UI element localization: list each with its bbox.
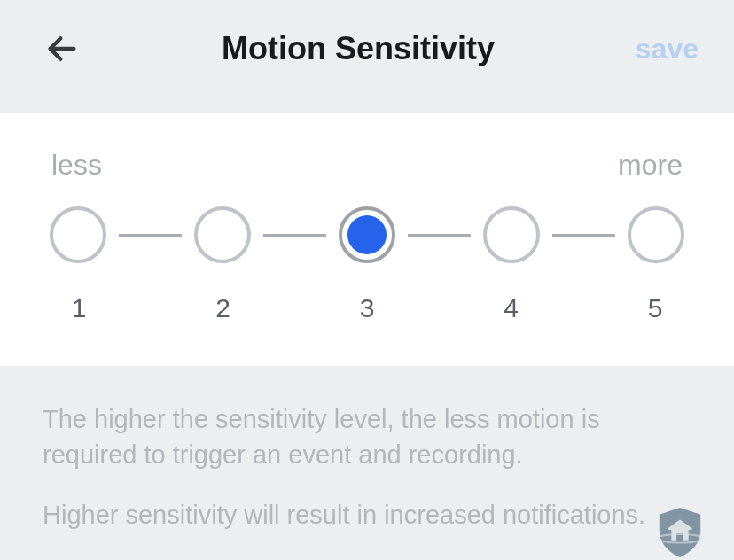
slider-number-1: 1 (66, 293, 92, 323)
slider-connector (408, 234, 471, 237)
slider-step-4[interactable] (483, 206, 540, 263)
description-block: The higher the sensitivity level, the le… (0, 366, 734, 560)
slider-label-less: less (51, 149, 102, 182)
slider-track (44, 206, 690, 263)
slider-step-selected-fill (347, 215, 387, 254)
description-paragraph-1: The higher the sensitivity level, the le… (43, 401, 691, 472)
slider-number-3: 3 (354, 293, 380, 323)
page-title: Motion Sensitivity (89, 30, 628, 67)
slider-step-2[interactable] (194, 206, 251, 263)
slider-step-5[interactable] (628, 206, 684, 263)
slider-connector (119, 234, 182, 237)
slider-connector (552, 234, 615, 237)
shield-house-icon (652, 504, 707, 559)
save-button[interactable]: save (628, 33, 699, 66)
description-paragraph-2: Higher sensitivity will result in increa… (43, 497, 691, 533)
slider-step-3[interactable] (339, 206, 395, 263)
header-bar: Motion Sensitivity save (0, 0, 734, 97)
slider-step-numbers: 1 2 3 4 5 (44, 293, 690, 323)
sensitivity-slider-card: less more 1 2 3 4 5 (0, 113, 734, 366)
slider-number-4: 4 (498, 293, 525, 323)
slider-label-more: more (618, 149, 683, 182)
slider-end-labels: less more (44, 149, 690, 182)
slider-step-1[interactable] (50, 206, 106, 263)
slider-number-2: 2 (210, 293, 237, 323)
arrow-left-icon (44, 31, 80, 66)
back-button[interactable] (35, 22, 89, 75)
slider-number-5: 5 (642, 293, 668, 323)
slider-connector (263, 234, 326, 237)
